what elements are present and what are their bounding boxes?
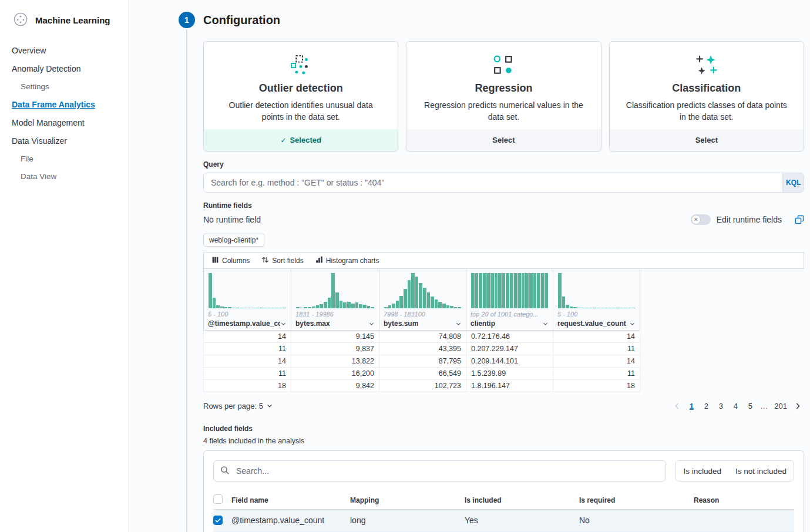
card-description: Regression predicts numerical values in … (419, 100, 587, 123)
chevron-down-icon[interactable] (455, 321, 462, 327)
columns-icon (211, 256, 219, 265)
next-page-button[interactable] (792, 402, 804, 410)
fields-search-input[interactable] (235, 466, 659, 476)
page-2-button[interactable]: 2 (700, 399, 712, 413)
field-checkbox[interactable] (213, 516, 223, 525)
card-body: Outlier detectionOutlier detection ident… (204, 42, 398, 129)
runtime-fields-controls: ✕ Edit runtime fields (691, 214, 804, 225)
page-5-button[interactable]: 5 (744, 399, 757, 413)
kql-button[interactable]: KQL (782, 173, 804, 192)
column-range-label: top 20 of 1001 catego... (470, 311, 549, 318)
histogram-icon (315, 256, 323, 265)
grid-cell: 9,837 (291, 343, 379, 355)
fields-table-header-is-included: Is included (465, 496, 579, 504)
column-histogram (384, 272, 462, 308)
sidebar-item-data-visualizer[interactable]: Data Visualizer (0, 132, 129, 150)
rows-per-page-label: Rows per page: 5 (203, 402, 263, 410)
sidebar-header: Machine Learning (0, 12, 129, 42)
select-button-regression[interactable]: Select (406, 129, 600, 151)
grid-cell: 0.207.229.147 (466, 343, 553, 355)
chevron-down-icon[interactable] (368, 321, 375, 327)
page-4-button[interactable]: 4 (729, 399, 742, 413)
grid-column-header-clientip[interactable]: top 20 of 1001 catego...clientip (466, 269, 553, 331)
filter-button-is-not-included[interactable]: Is not included (728, 461, 794, 481)
copy-icon[interactable] (795, 215, 804, 224)
fields-filter-group: Is includedIs not included (675, 460, 794, 482)
regression-icon (419, 53, 587, 77)
grid-cell: 16,200 (291, 368, 379, 380)
page-201-button[interactable]: 201 (771, 399, 790, 413)
select-button-classification[interactable]: Select (610, 129, 804, 151)
grid-column-header-bytes-max[interactable]: 1831 - 19986bytes.max (291, 269, 379, 331)
fields-table-header-mapping: Mapping (350, 496, 465, 504)
sidebar-item-data-frame-analytics[interactable]: Data Frame Analytics (0, 96, 129, 114)
step-number-badge: 1 (179, 12, 195, 28)
fields-table-header-field-name: Field name (231, 496, 350, 504)
sidebar-item-anomaly-detection[interactable]: Anomaly Detection (0, 60, 129, 78)
outlier-detection-icon (217, 53, 385, 77)
grid-cell: 43,395 (379, 343, 466, 355)
chevron-down-icon[interactable] (629, 321, 636, 327)
job-type-cards: Outlier detectionOutlier detection ident… (203, 41, 804, 151)
fields-search-box (213, 460, 666, 482)
grid-cell: 14 (553, 355, 640, 368)
sidebar-item-file[interactable]: File (0, 150, 129, 168)
chevron-down-icon[interactable] (280, 321, 287, 327)
column-name: bytes.sum (384, 319, 418, 328)
column-name: bytes.max (295, 319, 330, 328)
grid-cell: 87,795 (379, 355, 466, 368)
search-icon (220, 466, 230, 477)
grid-cell: 14 (204, 355, 291, 368)
chevron-down-icon (266, 402, 273, 409)
edit-runtime-fields-toggle[interactable]: ✕ (691, 214, 711, 225)
sidebar: Machine Learning OverviewAnomaly Detecti… (0, 0, 129, 532)
grid-cell: 14 (204, 331, 291, 343)
grid-cell: 11 (553, 343, 640, 355)
job-type-card-classification[interactable]: ClassificationClassification predicts cl… (609, 41, 804, 151)
sidebar-item-data-view[interactable]: Data View (0, 168, 129, 186)
grid-column-header-request-value-count[interactable]: 5 - 100request.value_count (553, 269, 640, 331)
column-histogram (295, 272, 375, 308)
column-range-label: 5 - 100 (208, 311, 287, 318)
grid-row: 1116,20066,5491.5.239.8911 (203, 368, 640, 380)
card-title: Classification (623, 82, 791, 95)
columns-button[interactable]: Columns (207, 256, 254, 265)
chevron-down-icon[interactable] (542, 321, 549, 327)
grid-cell: 1.8.196.147 (466, 380, 553, 392)
field-is-required: No (579, 516, 694, 525)
sort-fields-button[interactable]: Sort fields (257, 256, 307, 265)
job-type-card-regression[interactable]: RegressionRegression predicts numerical … (406, 41, 601, 151)
grid-cell: 18 (204, 380, 291, 392)
filter-button-is-included[interactable]: Is included (676, 461, 728, 481)
query-label: Query (203, 160, 804, 169)
sidebar-item-model-management[interactable]: Model Management (0, 114, 129, 132)
card-title: Outlier detection (217, 82, 385, 95)
edit-runtime-fields-toggle-label: Edit runtime fields (717, 215, 782, 224)
page-1-button[interactable]: 1 (685, 399, 698, 413)
job-type-card-outlier-detection[interactable]: Outlier detectionOutlier detection ident… (203, 41, 398, 151)
selected-indicator[interactable]: ✓Selected (204, 129, 398, 151)
select-all-checkbox[interactable] (213, 494, 223, 504)
previous-page-button[interactable] (671, 402, 683, 410)
rows-per-page-button[interactable]: Rows per page: 5 (203, 402, 273, 410)
fields-table-header-reason: Reason (694, 496, 794, 504)
column-histogram (470, 272, 549, 308)
sort-icon (261, 256, 269, 265)
included-fields-panel: Is includedIs not included Field nameMap… (203, 450, 804, 532)
sidebar-item-overview[interactable]: Overview (0, 42, 129, 60)
column-range-label: 1831 - 19986 (295, 311, 375, 318)
grid-row: 149,14574,8080.72.176.4614 (203, 331, 640, 343)
grid-column-header-bytes-sum[interactable]: 7998 - 183100bytes.sum (379, 269, 466, 331)
grid-cell: 13,822 (291, 355, 379, 368)
query-input[interactable] (204, 173, 782, 192)
data-grid-header: 5 - 100@timestamp.value_cou1831 - 19986b… (203, 269, 640, 331)
fields-table: Field nameMappingIs includedIs requiredR… (213, 491, 794, 532)
grid-column-header-timestamp-value-cou[interactable]: 5 - 100@timestamp.value_cou (204, 269, 291, 331)
sidebar-item-settings[interactable]: Settings (0, 78, 129, 96)
toolbar-button-label: Columns (222, 257, 250, 265)
grid-cell: 9,842 (291, 380, 379, 392)
column-histogram (557, 272, 636, 308)
column-name: @timestamp.value_cou (208, 319, 280, 328)
page-3-button[interactable]: 3 (714, 399, 727, 413)
histogram-charts-button[interactable]: Histogram charts (311, 256, 384, 265)
